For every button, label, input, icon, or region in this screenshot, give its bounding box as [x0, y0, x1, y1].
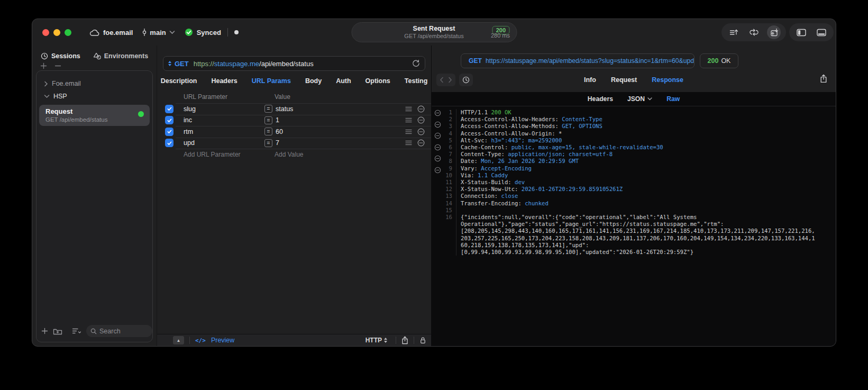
- drag-handle-icon[interactable]: [405, 129, 412, 134]
- chevron-down-icon: [169, 30, 175, 34]
- sidebar-search[interactable]: [86, 325, 152, 337]
- subtab-headers[interactable]: Headers: [588, 95, 613, 103]
- tab-testing[interactable]: Testing: [405, 77, 428, 85]
- zoom-window-button[interactable]: [65, 29, 71, 36]
- unsaved-indicator-dot: [234, 30, 239, 34]
- param-checkbox[interactable]: [165, 105, 173, 113]
- param-operator[interactable]: =: [264, 116, 272, 124]
- line-number: 8: [443, 158, 456, 165]
- param-checkbox[interactable]: [165, 139, 173, 147]
- fold-toggle-icon[interactable]: [434, 155, 441, 162]
- param-value-field[interactable]: 1: [276, 116, 405, 124]
- request-editor-tabs: Description Headers URL Params Body Auth…: [157, 71, 431, 90]
- tab-request[interactable]: Request: [611, 76, 637, 84]
- add-folder-button[interactable]: [53, 328, 62, 335]
- request-url-input[interactable]: https://statuspage.me/api/embed/status: [194, 60, 409, 68]
- param-checkbox[interactable]: [165, 116, 173, 124]
- tab-sessions-label: Sessions: [51, 52, 80, 60]
- add-value-button[interactable]: Add Value: [275, 151, 304, 158]
- request-method[interactable]: GET: [175, 60, 189, 68]
- lock-icon[interactable]: [419, 336, 426, 344]
- sync-loop-button[interactable]: [747, 25, 761, 39]
- sync-status[interactable]: Synced: [185, 28, 221, 37]
- toggle-sidebar-button[interactable]: [794, 25, 808, 39]
- fold-toggle-icon[interactable]: [434, 167, 441, 174]
- remove-param-icon[interactable]: [417, 105, 425, 113]
- param-value-field[interactable]: status: [276, 105, 405, 113]
- chevron-right-icon: [44, 81, 48, 87]
- subtab-json[interactable]: JSON: [627, 95, 652, 103]
- project-cluster[interactable]: foe.email: [89, 29, 133, 37]
- param-operator[interactable]: =: [264, 139, 272, 147]
- tab-auth[interactable]: Auth: [336, 77, 351, 85]
- remove-param-icon[interactable]: [417, 116, 425, 124]
- resend-request-icon[interactable]: [412, 59, 420, 68]
- protocol-selector[interactable]: HTTP: [366, 337, 390, 344]
- param-operator[interactable]: =: [264, 105, 272, 113]
- tab-info[interactable]: Info: [584, 76, 596, 84]
- header-name: Access-Control-Allow-Origin:: [461, 130, 559, 137]
- organize-export-button[interactable]: [727, 25, 741, 39]
- export-response-icon[interactable]: [820, 74, 827, 83]
- share-icon[interactable]: [401, 336, 408, 344]
- param-name-field[interactable]: rtm: [184, 128, 264, 135]
- header-name: Connection:: [461, 193, 501, 199]
- param-name-field[interactable]: inc: [184, 116, 264, 124]
- sort-list-button[interactable]: [72, 328, 81, 334]
- tab-headers[interactable]: Headers: [211, 77, 237, 85]
- import-requests-button[interactable]: [767, 25, 781, 39]
- header-name: X-Status-Build:: [461, 179, 515, 185]
- add-param-button[interactable]: Add URL Parameter: [184, 151, 241, 158]
- toggle-bottom-panel-button[interactable]: [815, 25, 828, 39]
- sync-label: Synced: [197, 29, 221, 37]
- remove-param-icon[interactable]: [417, 128, 425, 135]
- request-status-dot: [138, 111, 144, 117]
- titlebar-separator: [227, 28, 228, 37]
- fold-toggle-icon[interactable]: [434, 132, 441, 139]
- response-line: 6Cache-Control: public, max-age=15, stal…: [443, 144, 832, 151]
- header-name: Date:: [461, 158, 481, 164]
- preview-button[interactable]: Preview: [211, 337, 234, 344]
- request-item-selected[interactable]: Request GET /api/embed/status: [39, 105, 150, 126]
- sent-request-pill[interactable]: Sent Request GET /api/embed/status 200 2…: [351, 22, 517, 42]
- param-value-field[interactable]: 60: [276, 128, 405, 135]
- fold-toggle-icon[interactable]: [434, 110, 441, 116]
- column-header-value: Value: [275, 93, 290, 101]
- subtab-raw[interactable]: Raw: [666, 95, 680, 103]
- add-request-button[interactable]: [41, 328, 48, 334]
- drag-handle-icon[interactable]: [405, 117, 412, 123]
- response-raw-body: 1HTTP/1.1 200 OK 2Access-Control-Allow-H…: [432, 106, 836, 346]
- header-value: 2026-01-26T20:29:59.859105261Z: [522, 186, 623, 192]
- tree-group-foe-email[interactable]: Foe.email: [36, 77, 152, 90]
- response-url-box[interactable]: GET https://statuspage.me/api/embed/stat…: [461, 53, 695, 68]
- param-name-field[interactable]: upd: [184, 139, 264, 147]
- method-stepper-icon[interactable]: [168, 61, 171, 66]
- tab-body[interactable]: Body: [305, 77, 322, 85]
- param-name-field[interactable]: slug: [184, 105, 264, 113]
- tab-sessions[interactable]: Sessions: [41, 52, 80, 60]
- branch-selector[interactable]: main: [141, 28, 175, 37]
- protocol-label: HTTP: [366, 337, 382, 344]
- remove-session-button[interactable]: [54, 62, 61, 69]
- search-input[interactable]: [99, 328, 152, 335]
- param-operator[interactable]: =: [264, 128, 272, 135]
- minimize-window-button[interactable]: [53, 29, 60, 36]
- tab-url-params[interactable]: URL Params: [252, 77, 291, 85]
- request-url-bar[interactable]: GET https://statuspage.me/api/embed/stat…: [163, 56, 425, 71]
- tab-environments[interactable]: Environments: [93, 52, 148, 60]
- tab-options[interactable]: Options: [366, 77, 390, 85]
- param-checkbox[interactable]: [165, 128, 173, 136]
- expand-panel-button[interactable]: ▲: [173, 336, 184, 344]
- fold-toggle-icon[interactable]: [434, 121, 441, 128]
- tab-description[interactable]: Description: [161, 77, 197, 85]
- line-number: 6: [443, 144, 456, 151]
- add-session-button[interactable]: [40, 62, 47, 69]
- param-value-field[interactable]: 7: [276, 139, 405, 147]
- tab-response[interactable]: Response: [652, 76, 683, 84]
- drag-handle-icon[interactable]: [405, 140, 412, 146]
- fold-toggle-icon[interactable]: [434, 144, 441, 151]
- tree-group-hsp[interactable]: HSP: [36, 90, 152, 103]
- drag-handle-icon[interactable]: [405, 106, 412, 112]
- remove-param-icon[interactable]: [417, 139, 425, 147]
- close-window-button[interactable]: [42, 29, 49, 36]
